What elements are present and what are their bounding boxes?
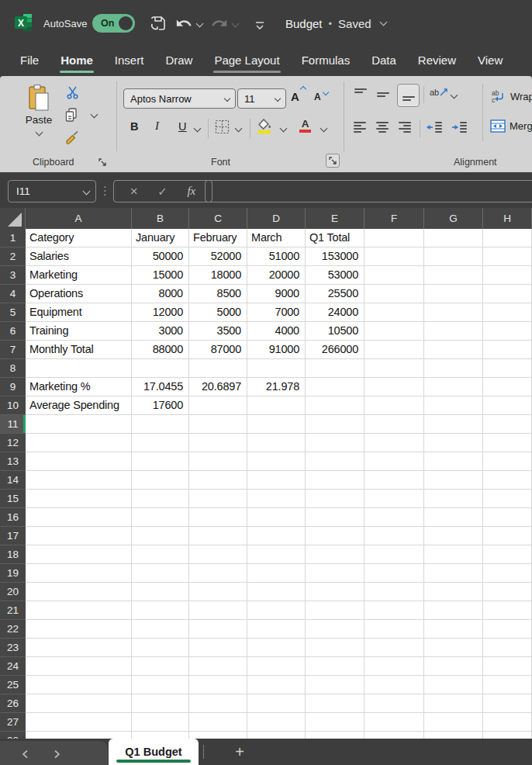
cell-H17[interactable] <box>483 527 532 545</box>
column-header-C[interactable]: C <box>189 208 247 229</box>
cell-H14[interactable] <box>483 471 532 490</box>
cell-E21[interactable] <box>306 601 364 620</box>
cell-B16[interactable] <box>132 508 189 527</box>
cell-B17[interactable] <box>132 527 189 545</box>
increase-indent-icon[interactable] <box>451 121 468 134</box>
cell-B6[interactable]: 3000 <box>132 322 189 341</box>
cell-D27[interactable] <box>247 713 306 732</box>
cell-H16[interactable] <box>483 508 532 527</box>
cell-C5[interactable]: 5000 <box>189 303 247 322</box>
cell-E13[interactable] <box>306 452 364 471</box>
paste-button[interactable]: Paste <box>22 84 56 143</box>
cell-H22[interactable] <box>483 620 532 639</box>
cell-C23[interactable] <box>189 639 247 657</box>
cell-E9[interactable] <box>306 378 364 396</box>
cell-G8[interactable] <box>424 359 483 378</box>
cell-C19[interactable] <box>189 564 247 583</box>
cell-D18[interactable] <box>247 545 306 564</box>
cell-D15[interactable] <box>247 490 306 508</box>
row-header-11[interactable]: 11 <box>0 415 26 434</box>
qat-overflow-icon[interactable] <box>250 16 270 36</box>
cell-C25[interactable] <box>189 676 247 694</box>
cell-A5[interactable]: Equipment <box>26 303 132 322</box>
menu-tab-insert[interactable]: Insert <box>104 47 155 76</box>
sheet-tab-q1-budget[interactable]: Q1 Budget <box>109 739 199 765</box>
cell-E26[interactable] <box>306 694 364 713</box>
cell-G13[interactable] <box>424 452 483 471</box>
cell-B24[interactable] <box>132 657 189 676</box>
cell-G9[interactable] <box>424 378 483 396</box>
cell-H6[interactable] <box>483 322 532 341</box>
cell-A20[interactable] <box>26 583 132 601</box>
row-header-1[interactable]: 1 <box>0 229 26 248</box>
fill-color-icon[interactable] <box>257 119 271 133</box>
column-header-D[interactable]: D <box>247 208 306 229</box>
cell-A4[interactable]: Operations <box>26 285 132 303</box>
cell-C11[interactable] <box>189 415 247 434</box>
cell-C26[interactable] <box>189 694 247 713</box>
cell-G4[interactable] <box>424 285 483 303</box>
cell-G7[interactable] <box>424 341 483 359</box>
cell-H3[interactable] <box>483 266 532 285</box>
cell-A2[interactable]: Salaries <box>26 248 132 266</box>
cell-F10[interactable] <box>364 396 424 415</box>
font-dialog-launcher-icon[interactable] <box>326 154 340 168</box>
cell-D24[interactable] <box>247 657 306 676</box>
cut-icon[interactable] <box>65 85 80 100</box>
borders-icon[interactable] <box>215 119 230 134</box>
cell-E5[interactable]: 24000 <box>306 303 364 322</box>
previous-sheet-icon[interactable] <box>19 747 33 761</box>
cell-H26[interactable] <box>483 694 532 713</box>
cell-E4[interactable]: 25500 <box>306 285 364 303</box>
cell-C15[interactable] <box>189 490 247 508</box>
cell-E1[interactable]: Q1 Total <box>306 229 364 248</box>
cell-E6[interactable]: 10500 <box>306 322 364 341</box>
cell-A9[interactable]: Marketing % <box>26 378 132 396</box>
cell-E20[interactable] <box>306 583 364 601</box>
cell-E2[interactable]: 153000 <box>306 248 364 266</box>
cell-A8[interactable] <box>26 359 132 378</box>
cell-D22[interactable] <box>247 620 306 639</box>
underline-button[interactable]: U <box>178 120 186 133</box>
cell-C9[interactable]: 20.6897 <box>189 378 247 396</box>
menu-tab-draw[interactable]: Draw <box>154 47 203 76</box>
cell-G12[interactable] <box>424 434 483 452</box>
cell-F3[interactable] <box>364 266 424 285</box>
cell-F4[interactable] <box>364 285 424 303</box>
cell-D21[interactable] <box>247 601 306 620</box>
cell-D6[interactable]: 4000 <box>247 322 306 341</box>
cell-C18[interactable] <box>189 545 247 564</box>
align-bottom-icon[interactable] <box>397 84 420 107</box>
formula-bar-dots-icon[interactable]: ⋮ <box>99 180 111 201</box>
align-middle-icon[interactable] <box>376 88 390 102</box>
cell-B7[interactable]: 88000 <box>132 341 189 359</box>
column-header-E[interactable]: E <box>306 208 364 229</box>
cell-D7[interactable]: 91000 <box>247 341 306 359</box>
row-header-21[interactable]: 21 <box>0 601 26 620</box>
align-right-icon[interactable] <box>398 121 412 135</box>
cell-F2[interactable] <box>364 248 424 266</box>
cell-C7[interactable]: 87000 <box>189 341 247 359</box>
cell-H11[interactable] <box>483 415 532 434</box>
cell-D11[interactable] <box>247 415 306 434</box>
cell-B20[interactable] <box>132 583 189 601</box>
clipboard-dialog-launcher-icon[interactable] <box>96 156 109 168</box>
menu-tab-review[interactable]: Review <box>407 47 467 76</box>
italic-button[interactable]: I <box>155 119 159 133</box>
cell-A13[interactable] <box>26 452 132 471</box>
cell-B9[interactable]: 17.0455 <box>132 378 189 396</box>
cell-H13[interactable] <box>483 452 532 471</box>
cell-E15[interactable] <box>306 490 364 508</box>
cell-F14[interactable] <box>364 471 424 490</box>
row-header-18[interactable]: 18 <box>0 545 26 564</box>
format-painter-icon[interactable] <box>64 130 79 146</box>
cell-C12[interactable] <box>189 434 247 452</box>
row-header-5[interactable]: 5 <box>0 303 26 322</box>
cell-H12[interactable] <box>483 434 532 452</box>
cell-A16[interactable] <box>26 508 132 527</box>
cell-D19[interactable] <box>247 564 306 583</box>
cell-F13[interactable] <box>364 452 424 471</box>
save-icon[interactable] <box>148 13 168 33</box>
cell-F1[interactable] <box>364 229 424 248</box>
font-size-combobox[interactable]: 11 <box>237 88 286 109</box>
